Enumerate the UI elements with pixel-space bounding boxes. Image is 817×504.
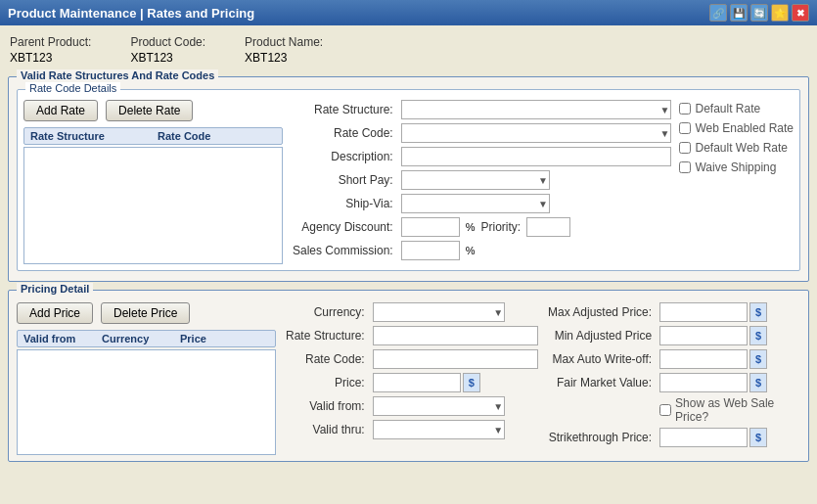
price-label: Price: bbox=[286, 376, 365, 389]
pricing-body: Add Price Delete Price Valid from Curren… bbox=[17, 302, 800, 455]
fair-market-dollar: $ bbox=[749, 373, 767, 392]
pricing-list-area bbox=[17, 349, 276, 455]
show-web-sale-checkbox[interactable] bbox=[659, 404, 671, 416]
product-name-field: Product Name: XBT123 bbox=[245, 35, 323, 65]
rate-code-select[interactable] bbox=[401, 123, 672, 143]
currency-select-wrapper: ▼ bbox=[373, 302, 505, 322]
min-adj-price-input-wrap: $ bbox=[659, 326, 800, 345]
valid-thru-label: Valid thru: bbox=[286, 423, 365, 436]
rate-structure-select[interactable] bbox=[401, 100, 672, 119]
main-content: Parent Product: XBT123 Product Code: XBT… bbox=[0, 25, 817, 504]
pricing-form-left: Currency: ▼ Rate Structure: Rate Code: P… bbox=[286, 302, 538, 455]
pricing-right-form: Max Adjusted Price: $ Min Adjusted Price… bbox=[548, 302, 800, 447]
strikethrough-label: Strikethrough Price: bbox=[548, 431, 652, 444]
link-icon[interactable]: 🔗 bbox=[709, 4, 727, 22]
max-adj-price-dollar: $ bbox=[749, 302, 767, 322]
max-adj-price-input[interactable] bbox=[659, 302, 748, 322]
star-icon[interactable]: ⭐ bbox=[771, 4, 789, 22]
rate-left-panel: Add Rate Delete Rate Rate Structure Rate… bbox=[23, 100, 283, 264]
delete-rate-button[interactable]: Delete Rate bbox=[106, 100, 193, 121]
pricing-column-headers: Valid from Currency Price bbox=[17, 330, 276, 347]
rate-section-legend: Valid Rate Structures And Rate Codes bbox=[17, 69, 218, 81]
max-auto-writeoff-input[interactable] bbox=[659, 349, 748, 369]
default-rate-checkbox[interactable] bbox=[679, 103, 691, 115]
waive-shipping-checkbox[interactable] bbox=[679, 161, 691, 173]
pricing-section-content: Add Price Delete Price Valid from Curren… bbox=[9, 291, 808, 461]
web-enabled-rate-checkbox[interactable] bbox=[679, 122, 691, 134]
price-dollar-sign: $ bbox=[463, 373, 480, 392]
pricing-rate-structure-input[interactable] bbox=[373, 326, 538, 345]
waive-shipping-label: Waive Shipping bbox=[695, 160, 776, 174]
description-input[interactable] bbox=[401, 147, 672, 166]
add-rate-button[interactable]: Add Rate bbox=[23, 100, 98, 121]
valid-from-col-header: Valid from bbox=[18, 331, 96, 346]
pricing-rate-code-input[interactable] bbox=[373, 349, 538, 369]
strikethrough-input-wrap: $ bbox=[659, 428, 800, 447]
parent-product-value: XBT123 bbox=[10, 51, 91, 65]
price-input[interactable] bbox=[373, 373, 461, 392]
sales-commission-row: % bbox=[401, 241, 672, 260]
close-icon[interactable]: ✖ bbox=[792, 4, 809, 22]
pricing-section: Pricing Detail Add Price Delete Price Va… bbox=[8, 290, 809, 462]
ship-via-select-wrapper: ▼ bbox=[401, 194, 550, 213]
product-code-field: Product Code: XBT123 bbox=[130, 35, 205, 65]
product-name-label: Product Name: bbox=[245, 35, 323, 49]
default-web-rate-checkbox[interactable] bbox=[679, 142, 691, 154]
rate-body: Add Rate Delete Rate Rate Structure Rate… bbox=[23, 100, 794, 264]
rate-form: Rate Structure: ▼ Rate Code: bbox=[293, 100, 671, 260]
default-rate-checkbox-row: Default Rate bbox=[679, 102, 794, 115]
currency-col-header: Currency bbox=[96, 331, 174, 346]
agency-discount-row: % Priority: bbox=[401, 217, 672, 237]
ship-via-select[interactable] bbox=[401, 194, 550, 213]
rate-code-select-wrapper: ▼ bbox=[401, 123, 672, 143]
show-web-sale-row: Show as Web Sale Price? bbox=[659, 396, 800, 424]
pricing-btn-row: Add Price Delete Price bbox=[17, 302, 276, 324]
rate-btn-row: Add Rate Delete Rate bbox=[23, 100, 283, 121]
fair-market-input-wrap: $ bbox=[659, 373, 800, 392]
title-text: Product Maintenance | Rates and Pricing bbox=[8, 6, 254, 21]
currency-label: Currency: bbox=[286, 305, 365, 319]
max-adj-price-label: Max Adjusted Price: bbox=[548, 305, 652, 319]
rate-code-col-header: Rate Code bbox=[152, 128, 282, 144]
default-rate-label: Default Rate bbox=[695, 102, 760, 115]
pricing-left-panel: Add Price Delete Price Valid from Curren… bbox=[17, 302, 276, 455]
agency-discount-label: Agency Discount: bbox=[293, 220, 393, 234]
max-auto-writeoff-dollar: $ bbox=[749, 349, 767, 369]
min-adj-price-dollar: $ bbox=[749, 326, 767, 345]
rate-code-details-content: Add Rate Delete Rate Rate Structure Rate… bbox=[18, 90, 799, 270]
strikethrough-input[interactable] bbox=[659, 428, 748, 447]
add-price-button[interactable]: Add Price bbox=[17, 302, 93, 324]
product-code-value: XBT123 bbox=[130, 51, 205, 65]
delete-price-button[interactable]: Delete Price bbox=[101, 302, 190, 324]
short-pay-select-wrapper: ▼ bbox=[401, 170, 550, 190]
description-label: Description: bbox=[293, 150, 393, 163]
pricing-right-panel: Currency: ▼ Rate Structure: Rate Code: P… bbox=[276, 302, 800, 455]
pricing-left-form: Currency: ▼ Rate Structure: Rate Code: P… bbox=[286, 302, 538, 439]
default-web-rate-label: Default Web Rate bbox=[695, 141, 788, 155]
sales-pct-sign: % bbox=[466, 245, 476, 256]
rate-structure-col-header: Rate Structure bbox=[24, 128, 152, 144]
min-adj-price-input[interactable] bbox=[659, 326, 748, 345]
rate-right-panel: Rate Structure: ▼ Rate Code: bbox=[283, 100, 794, 264]
parent-product-label: Parent Product: bbox=[10, 35, 91, 49]
short-pay-select[interactable] bbox=[401, 170, 550, 190]
max-auto-writeoff-input-wrap: $ bbox=[659, 349, 800, 369]
rate-column-headers: Rate Structure Rate Code bbox=[23, 127, 283, 145]
valid-thru-select[interactable] bbox=[373, 420, 505, 439]
max-adj-price-input-wrap: $ bbox=[659, 302, 800, 322]
parent-product-field: Parent Product: XBT123 bbox=[10, 35, 91, 65]
default-web-rate-checkbox-row: Default Web Rate bbox=[679, 141, 794, 155]
main-window: Product Maintenance | Rates and Pricing … bbox=[0, 0, 817, 504]
web-enabled-rate-checkbox-row: Web Enabled Rate bbox=[679, 121, 794, 135]
fair-market-input[interactable] bbox=[659, 373, 748, 392]
sales-commission-input[interactable] bbox=[401, 241, 460, 260]
valid-from-select[interactable] bbox=[373, 396, 505, 416]
agency-discount-input[interactable] bbox=[401, 217, 460, 237]
priority-input[interactable] bbox=[526, 217, 570, 237]
valid-thru-select-wrapper: ▼ bbox=[373, 420, 505, 439]
currency-select[interactable] bbox=[373, 302, 505, 322]
rate-list-area bbox=[23, 147, 283, 264]
save-icon[interactable]: 💾 bbox=[730, 4, 748, 22]
product-info: Parent Product: XBT123 Product Code: XBT… bbox=[8, 31, 809, 69]
refresh-icon[interactable]: 🔄 bbox=[750, 4, 768, 22]
